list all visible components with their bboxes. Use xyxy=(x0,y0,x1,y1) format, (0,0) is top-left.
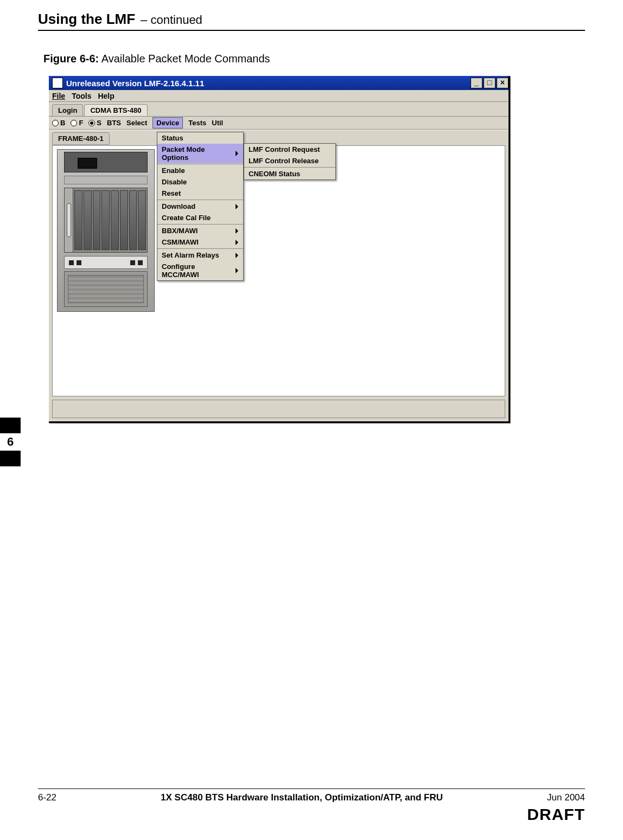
radio-b[interactable]: B xyxy=(52,119,65,127)
chevron-right-icon xyxy=(236,240,241,245)
rack-display xyxy=(78,158,97,169)
board[interactable] xyxy=(101,190,110,250)
app-icon xyxy=(52,78,63,88)
chapter-number: 6 xyxy=(0,432,21,452)
frame-canvas: GLI3 MCC BBX Status Packet Mode Options … xyxy=(52,145,505,396)
rack-boards xyxy=(73,188,147,252)
rack-strip xyxy=(64,176,148,184)
rack-tray xyxy=(64,271,148,307)
menu-item-disable[interactable]: Disable xyxy=(157,176,243,188)
menu-item-create-cal[interactable]: Create Cal File xyxy=(157,212,243,223)
chevron-right-icon xyxy=(236,228,241,234)
title-bar[interactable]: Unreleased Version LMF-2.16.4.1.11 _ □ × xyxy=(49,76,508,90)
toolbar-bts[interactable]: BTS xyxy=(107,119,121,127)
packet-mode-submenu: LMF Control Request LMF Control Release … xyxy=(244,143,336,180)
submenu-lmf-control-request[interactable]: LMF Control Request xyxy=(244,144,335,155)
toolbar-tests[interactable]: Tests xyxy=(188,119,206,127)
toolbar-device[interactable]: Device xyxy=(152,117,183,129)
rack-handle xyxy=(65,188,73,252)
main-tabs: Login CDMA BTS-480 xyxy=(49,102,508,117)
continued-indicator: – continued xyxy=(141,13,202,27)
chevron-right-icon xyxy=(236,204,241,209)
figure-label: Figure 6-6: xyxy=(43,53,99,65)
board[interactable] xyxy=(84,190,92,250)
menu-help[interactable]: Help xyxy=(98,92,114,100)
menu-tools[interactable]: Tools xyxy=(72,92,91,100)
section-title: Using the LMF xyxy=(38,11,135,28)
menu-item-enable[interactable]: Enable xyxy=(157,165,243,176)
app-window: Unreleased Version LMF-2.16.4.1.11 _ □ ×… xyxy=(49,76,510,423)
toolbar: B F S BTS Select Device Tests Util xyxy=(49,117,508,130)
toolbar-util[interactable]: Util xyxy=(212,119,223,127)
menu-item-bbx-mawi[interactable]: BBX/MAWI xyxy=(157,225,243,236)
close-button[interactable]: × xyxy=(497,78,508,88)
tab-login[interactable]: Login xyxy=(52,104,83,116)
menu-bar: File Tools Help xyxy=(49,90,508,102)
board[interactable] xyxy=(93,190,101,250)
tab-cdma[interactable]: CDMA BTS-480 xyxy=(84,104,147,116)
rack-card-cage xyxy=(64,188,148,253)
board[interactable] xyxy=(74,190,82,250)
toolbar-select[interactable]: Select xyxy=(126,119,147,127)
window-title: Unreleased Version LMF-2.16.4.1.11 xyxy=(66,79,469,88)
submenu-lmf-control-release[interactable]: LMF Control Release xyxy=(244,155,335,166)
draft-stamp: DRAFT xyxy=(38,805,585,824)
status-bar xyxy=(52,400,505,418)
chapter-tab: 6 xyxy=(0,418,21,466)
menu-file[interactable]: File xyxy=(52,92,65,100)
page-number: 6-22 xyxy=(38,792,56,803)
figure-caption: Figure 6-6: Available Packet Mode Comman… xyxy=(43,53,585,65)
maximize-button[interactable]: □ xyxy=(484,78,495,88)
menu-item-status[interactable]: Status xyxy=(157,132,243,144)
minimize-button[interactable]: _ xyxy=(471,78,482,88)
board[interactable] xyxy=(111,190,119,250)
figure-caption-text: Available Packet Mode Commands xyxy=(101,53,270,65)
equipment-rack[interactable] xyxy=(57,149,155,312)
radio-f[interactable]: F xyxy=(71,119,83,127)
device-menu: Status Packet Mode Options Enable Disabl… xyxy=(157,132,244,281)
menu-item-packet-mode[interactable]: Packet Mode Options xyxy=(157,144,243,163)
radio-s[interactable]: S xyxy=(88,119,101,127)
menu-item-csm-mawi[interactable]: CSM/MAWI xyxy=(157,236,243,248)
board[interactable] xyxy=(120,190,128,250)
page-footer: 6-22 1X SC480 BTS Hardware Installation,… xyxy=(38,784,585,824)
doc-title: 1X SC480 BTS Hardware Installation, Opti… xyxy=(56,792,547,803)
menu-item-configure-mcc[interactable]: Configure MCC/MAWI xyxy=(157,261,243,280)
board[interactable] xyxy=(129,190,137,250)
board[interactable] xyxy=(138,190,146,250)
menu-item-download[interactable]: Download xyxy=(157,201,243,212)
header-rule xyxy=(38,30,585,31)
footer-rule xyxy=(38,788,585,789)
chevron-right-icon xyxy=(236,151,241,156)
section-header: Using the LMF – continued xyxy=(38,11,585,28)
submenu-cneomi-status[interactable]: CNEOMI Status xyxy=(244,168,335,179)
chevron-right-icon xyxy=(236,253,241,258)
rack-top-panel xyxy=(64,152,148,172)
doc-date: Jun 2004 xyxy=(547,792,585,803)
rack-io-panel xyxy=(64,256,148,269)
frame-tab[interactable]: FRAME-480-1 xyxy=(52,132,110,145)
menu-item-set-alarm[interactable]: Set Alarm Relays xyxy=(157,249,243,261)
menu-item-reset[interactable]: Reset xyxy=(157,188,243,199)
chevron-right-icon xyxy=(236,268,241,273)
client-area: FRAME-480-1 xyxy=(49,130,508,421)
